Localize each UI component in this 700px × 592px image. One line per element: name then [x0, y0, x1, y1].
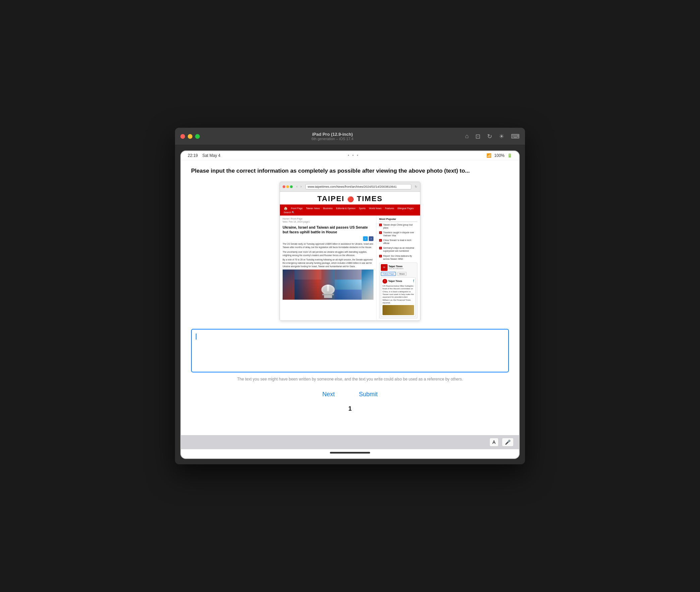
np-image-overlay — [283, 269, 373, 300]
browser-chrome: ‹ › www.taipeitimes.com/News/front/archi… — [280, 182, 420, 192]
np-popular-item-3: 3 China 'threats' to lead in tech: offic… — [379, 239, 417, 245]
status-time-date: 22:19 Sat May 4 — [188, 153, 220, 158]
np-body-p1: The US Senate early on Tuesday approved … — [283, 242, 373, 249]
brightness-icon[interactable]: ☀ — [499, 133, 504, 140]
np-popular-text-4[interactable]: Germany's days as an industrial superpow… — [383, 246, 417, 252]
np-fb-post-box: T Taipei Times f US Representative Mike … — [381, 277, 416, 317]
np-popular-text-5[interactable]: Report: Six China balloons fly across Ta… — [383, 254, 417, 260]
logo-taipei: TAIPEI — [317, 194, 344, 203]
action-buttons: Next Submit — [191, 388, 509, 401]
np-popular-num-1: 1 — [379, 224, 382, 226]
np-follow-btn[interactable]: Follow Page — [381, 272, 396, 276]
nav-front-page[interactable]: Front Page — [289, 206, 304, 210]
nav-business[interactable]: Business — [321, 206, 334, 210]
newspaper-container: ‹ › www.taipeitimes.com/News/front/archi… — [191, 182, 509, 321]
microphone-btn[interactable]: 🎤 — [502, 438, 514, 446]
newspaper-right-col: Most Popular 1 Taiwan drops China group … — [377, 215, 420, 321]
wifi-icon: 📶 — [487, 153, 492, 158]
rotate-icon[interactable]: ↻ — [487, 133, 492, 140]
window-subtitle: 6th generation – iOS 17.4 — [200, 137, 465, 141]
page-indicator: 1 — [191, 405, 509, 412]
page-instruction: Please input the correct information as … — [191, 167, 509, 175]
status-time: 22:19 — [188, 153, 198, 158]
np-share-btn[interactable]: Share — [397, 272, 407, 276]
window-title-area: iPad Pro (12.9-inch) 6th generation – iO… — [200, 132, 465, 141]
np-follow-info: Taipei Times 110.2K followers — [389, 265, 403, 269]
np-dateline: Wed. Feb 14, 2024 page1 — [283, 220, 373, 223]
window-title: iPad Pro (12.9-inch) — [200, 132, 465, 137]
np-follow-box: TT Taipei Times 110.2K followers Follow … — [379, 262, 417, 319]
newspaper-left-col: Home / Front Page Wed. Feb 14, 2024 page… — [280, 215, 377, 321]
np-popular-item-5: 5 Report: Six China balloons fly across … — [379, 254, 417, 260]
minimize-button[interactable] — [188, 134, 192, 139]
np-popular-num-2: 2 — [379, 231, 382, 234]
browser-nav[interactable]: ‹ › — [295, 184, 303, 189]
ipad-statusbar: 22:19 Sat May 4 • • • 📶 100% 🔋 — [181, 151, 519, 160]
np-headline: Ukraine, Israel and Taiwan aid passes US… — [283, 225, 373, 235]
nav-features[interactable]: Features — [383, 206, 396, 210]
battery-percent: 100% — [494, 153, 505, 158]
status-right: 📶 100% 🔋 — [487, 153, 512, 158]
browser-maximize[interactable] — [290, 185, 293, 188]
keyboard-text-btn[interactable]: A — [490, 438, 499, 446]
nav-editorial[interactable]: Editorial & Opinion — [334, 206, 357, 210]
np-popular-text-3[interactable]: China 'threats' to lead in tech: officia… — [383, 239, 417, 245]
ipad-accessory-bar: A 🎤 — [181, 435, 519, 449]
newspaper-nav: 🏠 Front Page Taiwan News Business Editor… — [280, 205, 420, 215]
np-follow-count: 110.2K followers — [389, 267, 403, 269]
mac-titlebar: iPad Pro (12.9-inch) 6th generation – iO… — [175, 128, 525, 145]
submit-button[interactable]: Submit — [353, 388, 383, 401]
nav-sports[interactable]: Sports — [357, 206, 367, 210]
np-body-p3: By a vote of 70 to 29 on Tuesday evening… — [283, 258, 373, 268]
newspaper-body: TAIPEI 🔴 TIMES 🏠 Front Page Taiwan News … — [280, 192, 420, 321]
nav-taiwan-news[interactable]: Taiwan News — [304, 206, 321, 210]
np-follow-name: Taipei Times — [389, 265, 403, 267]
toolbar-icons: ⌂ ⊡ ↻ ☀ ⌨ — [465, 133, 520, 140]
np-popular-num-4: 4 — [379, 247, 382, 249]
home-icon[interactable]: ⌂ — [465, 133, 469, 140]
np-follow-btn-row: Follow Page Share — [381, 272, 416, 276]
nav-search[interactable]: Search 🔍 — [282, 210, 296, 214]
battery-icon: 🔋 — [507, 153, 512, 158]
np-follow-header: TT Taipei Times 110.2K followers — [381, 264, 416, 271]
np-fb-post-header: T Taipei Times f — [383, 279, 414, 284]
np-popular-text-2[interactable]: Travelers caught in dispute over Vietnam… — [383, 231, 417, 237]
np-popular-text-1[interactable]: Taiwan drops China group tour plans — [383, 223, 417, 229]
nav-world-news[interactable]: World News — [367, 206, 384, 210]
np-body-p2: The uncertainty over more US aid persist… — [283, 250, 373, 257]
newspaper-main: Home / Front Page Wed. Feb 14, 2024 page… — [280, 215, 420, 321]
text-input-area[interactable] — [191, 329, 509, 373]
twitter-share-icon[interactable]: t — [363, 236, 368, 241]
home-indicator[interactable] — [330, 452, 370, 453]
keyboard-icon[interactable]: ⌨ — [511, 133, 520, 140]
next-button[interactable]: Next — [317, 388, 340, 401]
np-fb-image — [383, 305, 414, 315]
nav-bilingual[interactable]: Bilingual Pages — [396, 206, 415, 210]
browser-close[interactable] — [283, 185, 285, 188]
browser-minimize[interactable] — [286, 185, 289, 188]
forward-button[interactable]: › — [299, 184, 302, 189]
disclaimer-text: The text you see might have been written… — [191, 377, 509, 382]
np-logo-small: TT — [381, 264, 388, 271]
newspaper-frame: ‹ › www.taipeitimes.com/News/front/archi… — [280, 182, 420, 321]
np-fb-avatar: T — [383, 279, 387, 284]
browser-refresh[interactable]: ↻ — [415, 185, 417, 188]
ipad-content: Please input the correct information as … — [181, 160, 519, 435]
mac-window: iPad Pro (12.9-inch) 6th generation – iO… — [175, 128, 525, 464]
facebook-icon: f — [413, 279, 414, 283]
np-fb-name: Taipei Times — [388, 280, 402, 282]
ipad-home-bar — [181, 449, 519, 458]
np-popular-title: Most Popular — [379, 217, 417, 222]
nav-home-icon[interactable]: 🏠 — [282, 206, 289, 210]
back-button[interactable]: ‹ — [295, 184, 298, 189]
close-button[interactable] — [180, 134, 185, 139]
np-popular-item-1: 1 Taiwan drops China group tour plans — [379, 223, 417, 229]
facebook-share-icon[interactable]: f — [369, 236, 373, 241]
newspaper-logo: TAIPEI 🔴 TIMES — [280, 194, 420, 203]
browser-dots — [283, 185, 293, 188]
url-bar[interactable]: www.taipeitimes.com/News/front/archives/… — [305, 184, 411, 189]
np-popular-item-2: 2 Travelers caught in dispute over Vietn… — [379, 231, 417, 237]
maximize-button[interactable] — [195, 134, 200, 139]
np-popular-num-5: 5 — [379, 255, 382, 257]
screenshot-icon[interactable]: ⊡ — [476, 133, 481, 140]
